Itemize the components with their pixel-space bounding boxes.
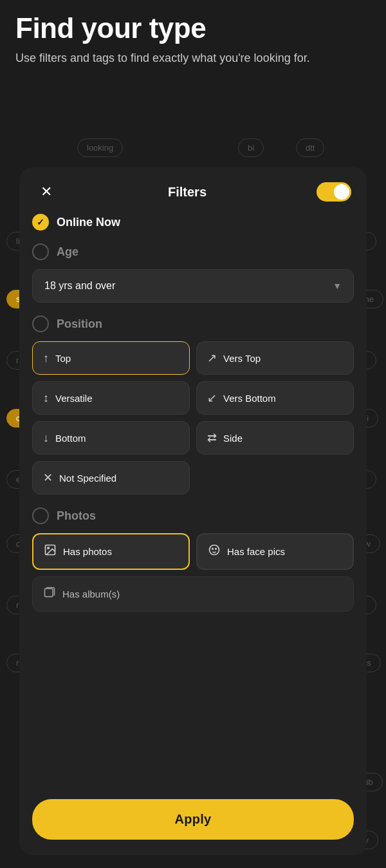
album-icon [43,586,56,602]
age-label: Age [57,245,78,259]
side-label: Side [223,433,243,444]
svg-rect-5 [45,589,53,597]
versatile-label: Versatile [55,393,93,404]
check-icon: ✓ [37,217,44,227]
arrow-down-icon: ↓ [43,431,49,445]
vers-bottom-label: Vers Bottom [223,393,276,404]
chevron-down-icon: ▼ [333,281,342,291]
online-now-section: ✓ Online Now [32,214,354,231]
position-option-versatile[interactable]: ↕ Versatile [32,381,190,415]
photos-row: Photos [32,507,354,524]
age-dropdown[interactable]: 18 yrs and over ▼ [32,269,354,303]
position-option-vers-bottom[interactable]: ↙ Vers Bottom [196,381,354,415]
bg-tag: dtt [296,138,324,157]
age-row: Age [32,243,354,260]
photos-radio[interactable] [32,507,49,524]
modal-footer: Apply [19,789,367,855]
has-photos-label: Has photos [63,546,112,557]
modal-content: ✓ Online Now Age 18 yrs and over ▼ Posit… [19,214,367,789]
age-section: Age 18 yrs and over ▼ [32,243,354,303]
photos-options-grid: Has photos Has face pics [32,533,354,570]
arrows-side-icon: ⇄ [207,431,217,445]
toggle-knob [334,184,349,200]
hero-section: Find your type Use filters and tags to f… [15,13,371,67]
position-option-side[interactable]: ⇄ Side [196,421,354,455]
position-row: Position [32,316,354,332]
x-icon: ✕ [43,471,53,485]
close-icon: ✕ [41,185,52,199]
position-options-grid: ↑ Top ↗ Vers Top ↕ Versatile ↙ Vers Bott… [32,341,354,455]
face-icon [208,543,221,560]
svg-point-2 [210,545,219,555]
photos-label: Photos [57,509,96,523]
has-albums-option[interactable]: Has album(s) [32,576,354,612]
has-face-pics-option[interactable]: Has face pics [196,533,354,570]
position-option-vers-top[interactable]: ↗ Vers Top [196,341,354,375]
arrow-up-icon: ↑ [43,352,49,365]
arrow-down-left-icon: ↙ [207,391,217,405]
position-radio[interactable] [32,316,49,332]
vers-top-label: Vers Top [223,353,261,364]
filter-modal: ✕ Filters ✓ Online Now Age 18 yrs and ov… [19,167,367,855]
has-albums-label: Has album(s) [62,589,120,599]
svg-point-4 [216,549,217,550]
svg-point-3 [212,549,214,550]
modal-header: ✕ Filters [19,167,367,214]
close-button[interactable]: ✕ [35,180,58,203]
age-radio[interactable] [32,243,49,260]
bottom-label: Bottom [55,433,86,444]
bg-tag: looking [77,138,123,157]
online-now-row: ✓ Online Now [32,214,354,231]
online-now-label: Online Now [57,216,120,229]
has-photos-option[interactable]: Has photos [32,533,190,570]
top-label: Top [55,353,71,364]
hero-subtitle: Use filters and tags to find exactly wha… [15,50,371,66]
position-section: Position ↑ Top ↗ Vers Top ↕ Versatile [32,316,354,495]
position-option-top[interactable]: ↑ Top [32,341,190,375]
image-icon [44,543,57,560]
bg-tag: bi [238,138,264,157]
arrow-up-right-icon: ↗ [207,351,217,365]
hero-title: Find your type [15,13,371,44]
apply-button[interactable]: Apply [32,799,354,840]
online-now-radio[interactable]: ✓ [32,214,49,231]
svg-point-1 [48,547,50,549]
arrows-updown-icon: ↕ [43,392,49,405]
modal-title: Filters [168,185,207,200]
age-dropdown-value: 18 yrs and over [44,280,115,292]
position-option-bottom[interactable]: ↓ Bottom [32,421,190,455]
has-face-pics-label: Has face pics [227,546,285,557]
position-label: Position [57,317,102,331]
not-specified-label: Not Specified [59,473,116,484]
filter-toggle[interactable] [317,182,351,202]
photos-section: Photos Has photos [32,507,354,612]
position-option-not-specified[interactable]: ✕ Not Specified [32,461,190,495]
